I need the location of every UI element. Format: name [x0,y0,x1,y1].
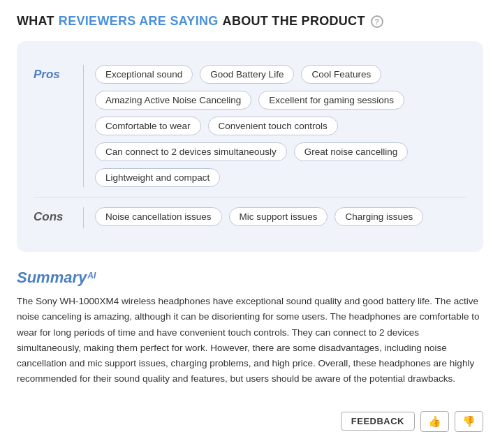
pros-tag: Good Battery Life [200,65,294,84]
cons-label: Cons [34,207,72,224]
pros-tag: Convenient touch controls [208,117,338,135]
pros-tag: Comfortable to wear [95,117,201,135]
summary-text: The Sony WH-1000XM4 wireless headphones … [17,294,483,387]
pros-tag: Lightweight and compact [95,168,220,187]
feedback-row: FEEDBACK 👍 👎 [17,411,483,432]
pros-tag: Exceptional sound [95,65,193,84]
pros-tag: Amazing Active Noise Canceling [95,91,251,110]
pros-tag: Can connect to 2 devices simultaneously [95,142,287,161]
thumbdown-button[interactable]: 👎 [455,411,483,432]
cons-divider [83,207,84,228]
summary-title: SummaryAI [17,269,483,287]
pros-tag: Great noise cancelling [294,142,409,161]
thumbup-button[interactable]: 👍 [420,411,449,432]
summary-title-text: Summary [17,269,87,287]
feedback-button[interactable]: FEEDBACK [341,412,415,431]
summary-section: SummaryAI The Sony WH-1000XM4 wireless h… [17,266,483,398]
page-title: WHAT REVIEWERS ARE SAYING ABOUT THE PROD… [17,14,483,29]
title-prefix: WHAT [17,14,54,29]
pros-tag: Cool Features [301,65,381,84]
title-highlight: REVIEWERS ARE SAYING [59,14,219,29]
pros-section: Pros Exceptional soundGood Battery LifeC… [34,55,466,197]
title-suffix: ABOUT THE PRODUCT [223,14,365,29]
pros-tags: Exceptional soundGood Battery LifeCool F… [95,65,466,187]
cons-tags: Noise cancellation issuesMic support iss… [95,207,466,226]
cons-section: Cons Noise cancellation issuesMic suppor… [34,197,466,238]
pros-divider [83,65,84,187]
main-card: Pros Exceptional soundGood Battery LifeC… [17,41,483,252]
pros-tag: Excellent for gaming sessions [258,91,404,110]
cons-tag: Charging issues [334,207,423,226]
cons-tag: Mic support issues [229,207,328,226]
cons-tag: Noise cancellation issues [95,207,222,226]
ai-label: AI [87,271,96,281]
info-icon[interactable]: ? [371,15,383,28]
pros-label: Pros [34,65,72,82]
